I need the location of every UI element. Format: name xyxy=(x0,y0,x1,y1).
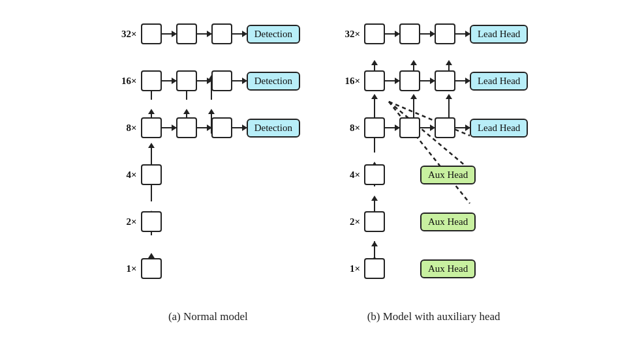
scale-4x-b: 4× xyxy=(339,169,360,181)
row-32x-a: 32× Detection xyxy=(116,17,300,51)
box-16x-1-b xyxy=(364,70,385,91)
scale-2x-b: 2× xyxy=(339,216,360,227)
caption-a: (a) Normal model xyxy=(168,310,248,323)
row-16x-b: 16× Lead Head xyxy=(339,64,528,98)
box-1x-1-a xyxy=(141,258,162,279)
scale-label-4x-a: 4× xyxy=(116,169,137,181)
box-8x-2-b xyxy=(399,117,420,138)
row-1x-b: 1× Aux Head xyxy=(339,252,528,286)
box-16x-2-a xyxy=(176,70,197,91)
arr-32x-1-b xyxy=(385,33,399,35)
head-8x-a: Detection xyxy=(247,119,300,138)
box-4x-1-a xyxy=(141,164,162,185)
row-4x-a: 4× xyxy=(116,158,300,192)
box-8x-3-a xyxy=(211,117,232,138)
scale-1x-b: 1× xyxy=(339,263,360,274)
box-16x-1-a xyxy=(141,70,162,91)
arrow-32x-1-a xyxy=(162,33,176,35)
arrow-16x-3-a xyxy=(232,80,247,81)
row-2x-b: 2× Aux Head xyxy=(339,205,528,239)
diagram-b-grid-wrap: 32× Lead Head 16× xyxy=(339,14,528,299)
arr-16x-3-b xyxy=(455,80,470,81)
box-16x-2-b xyxy=(399,70,420,91)
caption-b: (b) Model with auxiliary head xyxy=(367,310,500,323)
arr-8x-1-b xyxy=(385,127,399,128)
scale-label-8x-a: 8× xyxy=(116,123,137,134)
box-8x-3-b xyxy=(435,117,455,138)
scale-label-32x-a: 32× xyxy=(116,29,137,40)
arrow-8x-1-a xyxy=(162,127,176,128)
box-2x-1-a xyxy=(141,211,162,232)
box-32x-3-b xyxy=(435,23,455,44)
row-2x-a: 2× xyxy=(116,205,300,239)
box-32x-2-a xyxy=(176,23,197,44)
head-16x-a: Detection xyxy=(247,72,300,91)
box-8x-2-a xyxy=(176,117,197,138)
arr-8x-3-b xyxy=(455,127,470,128)
arrow-8x-2-a xyxy=(197,127,211,128)
box-8x-1-a xyxy=(141,117,162,138)
main-container: 32× Detection 16× xyxy=(97,1,548,336)
aux-head-4x: Aux Head xyxy=(420,166,476,184)
box-32x-1-a xyxy=(141,23,162,44)
box-1x-1-b xyxy=(364,258,385,279)
scale-32x-b: 32× xyxy=(339,29,360,40)
diagram-b: 32× Lead Head 16× xyxy=(339,14,528,323)
box-32x-1-b xyxy=(364,23,385,44)
row-4x-b: 4× Aux Head xyxy=(339,158,528,192)
lead-head-8x: Lead Head xyxy=(470,119,528,138)
scale-label-2x-a: 2× xyxy=(116,216,137,227)
box-4x-1-b xyxy=(364,164,385,185)
row-32x-b: 32× Lead Head xyxy=(339,17,528,51)
aux-head-1x: Aux Head xyxy=(420,259,476,278)
arr-8x-2-b xyxy=(420,127,435,128)
aux-head-2x: Aux Head xyxy=(420,212,476,231)
arr-16x-2-b xyxy=(420,80,435,81)
lead-head-16x: Lead Head xyxy=(470,72,528,91)
row-8x-a: 8× Detection xyxy=(116,111,300,145)
arr-32x-3-b xyxy=(455,33,470,35)
diagram-a-grid-wrap: 32× Detection 16× xyxy=(116,14,300,299)
box-32x-3-a xyxy=(211,23,232,44)
box-32x-2-b xyxy=(399,23,420,44)
row-16x-a: 16× Detection xyxy=(116,64,300,98)
head-32x-a: Detection xyxy=(247,25,300,44)
arrow-32x-2-a xyxy=(197,33,211,35)
box-16x-3-a xyxy=(211,70,232,91)
arrow-16x-1-a xyxy=(162,80,176,81)
box-2x-1-b xyxy=(364,211,385,232)
scale-label-1x-a: 1× xyxy=(116,263,137,274)
diagram-a: 32× Detection 16× xyxy=(116,14,300,323)
scale-16x-b: 16× xyxy=(339,76,360,87)
lead-head-32x: Lead Head xyxy=(470,25,528,44)
scale-label-16x-a: 16× xyxy=(116,76,137,87)
arrow-32x-3-a xyxy=(232,33,247,35)
box-8x-1-b xyxy=(364,117,385,138)
arr-32x-2-b xyxy=(420,33,435,35)
arrow-16x-2-a xyxy=(197,80,211,81)
arrow-8x-3-a xyxy=(232,127,247,128)
arr-16x-1-b xyxy=(385,80,399,81)
box-16x-3-b xyxy=(435,70,455,91)
row-1x-a: 1× xyxy=(116,252,300,286)
row-8x-b: 8× Lead Head xyxy=(339,111,528,145)
scale-8x-b: 8× xyxy=(339,123,360,134)
